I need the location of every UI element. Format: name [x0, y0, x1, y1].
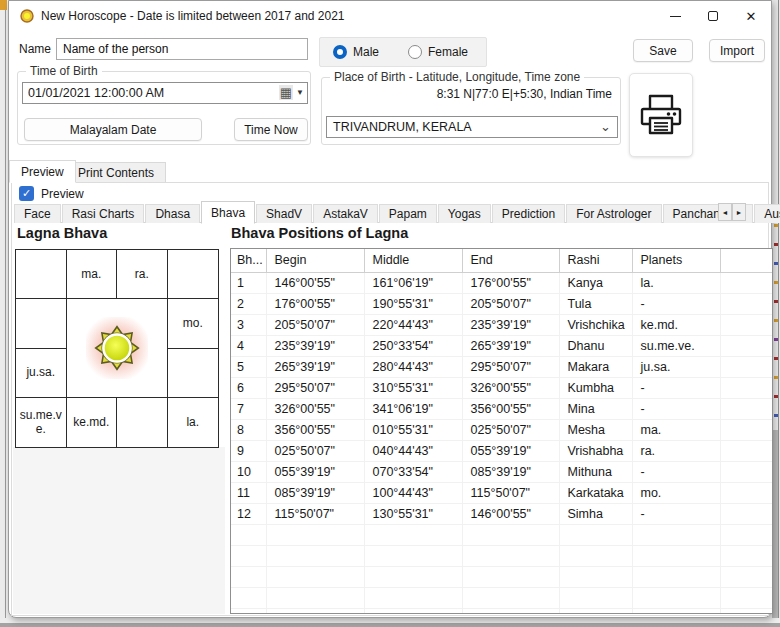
scroll-left-icon: ◄ — [722, 209, 729, 216]
table-cell: 326°00'55" — [462, 377, 559, 398]
table-column-header[interactable]: Rashi — [559, 249, 632, 272]
malayalam-date-button[interactable]: Malayalam Date — [24, 118, 202, 141]
table-row[interactable]: 7326°00'55"341°06'19"356°00'55"Mina- — [231, 398, 772, 419]
table-row[interactable]: 10055°39'19"070°33'54"085°39'19"Mithuna- — [231, 461, 772, 482]
close-button[interactable]: ✕ — [733, 1, 769, 31]
table-header-row: Bh...BeginMiddleEndRashiPlanets — [231, 249, 772, 272]
table-cell: 310°55'31" — [364, 377, 462, 398]
table-cell — [266, 566, 364, 587]
tab-prediction[interactable]: Prediction — [492, 204, 565, 223]
table-cell: 356°00'55" — [266, 419, 364, 440]
table-cell: Vrishabha — [559, 440, 632, 461]
table-cell — [720, 272, 772, 293]
table-row[interactable]: 5265°39'19"280°44'43"295°50'07"Makaraju.… — [231, 356, 772, 377]
table-cell: 356°00'55" — [462, 398, 559, 419]
table-cell — [720, 314, 772, 335]
table-cell: 235°39'19" — [462, 314, 559, 335]
table-cell: 130°55'31" — [364, 503, 462, 524]
table-row[interactable]: 11085°39'19"100°44'43"115°50'07"Karkatak… — [231, 482, 772, 503]
table-empty-row[interactable] — [231, 587, 772, 608]
table-empty-row[interactable] — [231, 566, 772, 587]
table-row[interactable]: 12115°50'07"130°55'31"146°00'55"Simha- — [231, 503, 772, 524]
chart-cell — [168, 349, 219, 398]
chart-cell: ju.sa. — [16, 349, 67, 398]
table-empty-row[interactable] — [231, 608, 772, 614]
table-row[interactable]: 2176°00'55"190°55'31"205°50'07"Tula- — [231, 293, 772, 314]
time-of-birth-group: Time of Birth 01/01/2021 12:00:00 AM ▦ ▼… — [17, 71, 311, 145]
table-cell — [720, 377, 772, 398]
radio-selected-icon — [333, 45, 347, 59]
table-cell: 3 — [231, 314, 266, 335]
table-row[interactable]: 1146°00'55"161°06'19"176°00'55"Kanyala. — [231, 272, 772, 293]
place-combobox[interactable]: TRIVANDRUM, KERALA ⌄ — [326, 116, 618, 138]
maximize-button[interactable] — [695, 1, 731, 31]
table-cell — [266, 608, 364, 614]
tab-scroll-left-button[interactable]: ◄ — [718, 203, 732, 221]
table-row[interactable]: 3205°50'07"220°44'43"235°39'19"Vrishchik… — [231, 314, 772, 335]
table-cell: ma. — [632, 419, 720, 440]
table-cell: 220°44'43" — [364, 314, 462, 335]
table-cell — [266, 587, 364, 608]
tab-rasi-charts[interactable]: Rasi Charts — [62, 204, 145, 223]
tab-astakav[interactable]: AstakaV — [313, 204, 378, 223]
tab-papam[interactable]: Papam — [379, 204, 437, 223]
background-corner-accent — [0, 0, 7, 10]
preview-checkbox[interactable]: ✓ — [19, 186, 34, 201]
table-row[interactable]: 9025°50'07"040°44'43"055°39'19"Vrishabha… — [231, 440, 772, 461]
table-empty-row[interactable] — [231, 524, 772, 545]
minimize-icon — [670, 16, 681, 17]
calendar-icon[interactable]: ▦ — [279, 85, 293, 100]
datetime-picker[interactable]: 01/01/2021 12:00:00 AM ▦ ▼ — [22, 82, 308, 104]
table-cell: 250°33'54" — [364, 335, 462, 356]
tab-bhava[interactable]: Bhava — [201, 201, 255, 224]
tab-shadv[interactable]: ShadV — [256, 204, 312, 223]
table-cell — [632, 566, 720, 587]
table-cell — [720, 545, 772, 566]
table-cell: 100°44'43" — [364, 482, 462, 503]
table-cell — [720, 356, 772, 377]
time-now-button[interactable]: Time Now — [234, 118, 308, 141]
table-cell: 115°50'07" — [266, 503, 364, 524]
table-cell: Vrishchika — [559, 314, 632, 335]
table-cell — [231, 524, 266, 545]
table-column-header[interactable]: Begin — [266, 249, 364, 272]
table-row[interactable]: 8356°00'55"010°55'31"025°50'07"Meshama. — [231, 419, 772, 440]
background-app-sliver-left — [0, 0, 8, 627]
tab-auspicious-time[interactable]: Auspicious time — [754, 204, 780, 223]
table-cell — [720, 419, 772, 440]
name-input[interactable] — [56, 38, 308, 60]
tab-for-astrologer[interactable]: For Astrologer — [566, 204, 661, 223]
preview-checkbox-label: Preview — [41, 187, 84, 201]
print-button[interactable] — [629, 73, 693, 157]
table-row[interactable]: 4235°39'19"250°33'54"265°39'19"Dhanusu.m… — [231, 335, 772, 356]
time-of-birth-legend: Time of Birth — [26, 64, 102, 78]
tab-print-contents[interactable]: Print Contents — [66, 162, 166, 183]
datetime-dropdown-icon[interactable]: ▼ — [296, 88, 304, 97]
tab-preview[interactable]: Preview — [9, 160, 76, 183]
female-radio[interactable]: Female — [408, 45, 468, 59]
tab-dhasa[interactable]: Dhasa — [145, 204, 200, 223]
table-cell — [720, 335, 772, 356]
table-cell — [364, 587, 462, 608]
table-column-header[interactable]: Middle — [364, 249, 462, 272]
table-row[interactable]: 6295°50'07"310°55'31"326°00'55"Kumbha- — [231, 377, 772, 398]
table-cell: 7 — [231, 398, 266, 419]
tab-scroll-right-button[interactable]: ► — [732, 203, 746, 221]
close-icon: ✕ — [746, 10, 757, 23]
tab-face[interactable]: Face — [14, 204, 61, 223]
table-cell: 235°39'19" — [266, 335, 364, 356]
table-cell — [720, 461, 772, 482]
bhava-positions-table: Bh...BeginMiddleEndRashiPlanets 1146°00'… — [230, 248, 773, 614]
table-cell — [559, 608, 632, 614]
minimize-button[interactable] — [657, 1, 693, 31]
table-column-header[interactable]: End — [462, 249, 559, 272]
table-column-header[interactable]: Planets — [632, 249, 720, 272]
table-empty-row[interactable] — [231, 545, 772, 566]
table-cell: Kumbha — [559, 377, 632, 398]
import-button[interactable]: Import — [709, 39, 765, 62]
save-button[interactable]: Save — [633, 39, 693, 62]
printer-icon — [637, 90, 685, 140]
tab-yogas[interactable]: Yogas — [438, 204, 491, 223]
male-radio[interactable]: Male — [333, 45, 379, 59]
table-column-header[interactable]: Bh... — [231, 249, 266, 272]
